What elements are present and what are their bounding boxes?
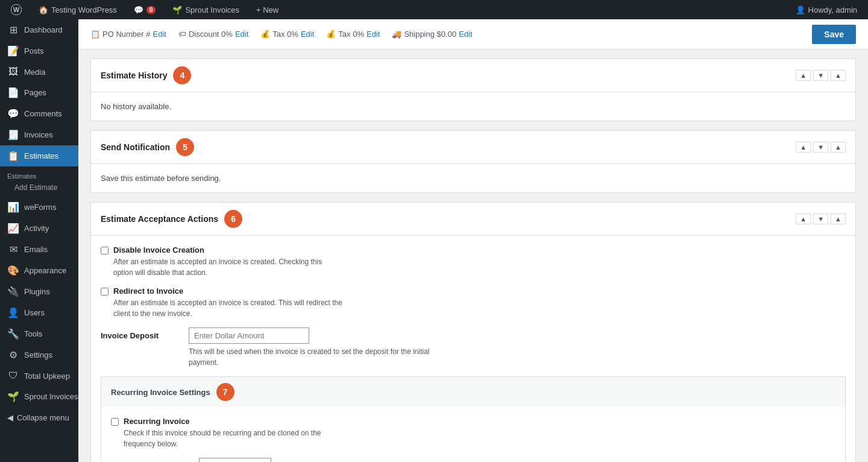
- estimate-history-header: Estimate History 4 ▲ ▼ ▲: [91, 59, 855, 92]
- duration-input[interactable]: [199, 458, 271, 462]
- invoices-icon: 🧾: [7, 129, 19, 141]
- toolbar: 📋 PO Number # Edit 🏷 Discount 0% Edit 💰 …: [78, 19, 868, 49]
- save-button[interactable]: Save: [812, 25, 856, 44]
- sidebar-item-pages[interactable]: 📄 Pages: [0, 82, 78, 103]
- admin-bar: W 🏠 Testing WordPress 💬 0 🌱 Sprout Invoi…: [0, 0, 868, 19]
- send-notification-controls: ▲ ▼ ▲: [796, 142, 846, 153]
- acceptance-down-btn[interactable]: ▼: [813, 214, 828, 224]
- adminbar-site-item[interactable]: 🏠 Testing WordPress: [34, 0, 122, 19]
- sidebar-item-weforms[interactable]: 📊 weForms: [0, 197, 78, 218]
- toolbar-shipping: 🚚 Shipping $0.00 Edit: [392, 30, 472, 39]
- estimate-history-body: No history available.: [91, 92, 855, 121]
- duration-label: Duration: [111, 458, 189, 462]
- redirect-invoice-checkbox[interactable]: [101, 288, 108, 296]
- toolbar-discount: 🏷 Discount 0% Edit: [178, 30, 248, 39]
- sidebar-item-estimates[interactable]: 📋 Estimates: [0, 145, 78, 166]
- sidebar-item-tools[interactable]: 🔧 Tools: [0, 323, 78, 344]
- sidebar-item-emails[interactable]: ✉ Emails: [0, 239, 78, 260]
- adminbar-right: 👤 Howdy, admin: [791, 0, 862, 19]
- shipping-icon: 🚚: [392, 30, 401, 39]
- weforms-icon: 📊: [7, 201, 19, 213]
- notification-up-btn[interactable]: ▲: [796, 142, 811, 153]
- estimates-icon: 📋: [7, 150, 19, 162]
- sidebar-add-estimate[interactable]: Add Estimate: [0, 181, 78, 197]
- recurring-invoice-checkbox[interactable]: [111, 418, 119, 426]
- po-edit-link[interactable]: Edit: [153, 30, 166, 39]
- tax2-edit-link[interactable]: Edit: [366, 30, 380, 39]
- media-icon: 🖼: [7, 66, 19, 77]
- history-collapse-down-btn[interactable]: ▼: [813, 70, 828, 81]
- adminbar-sprout-item[interactable]: 🌱 Sprout Invoices: [168, 0, 244, 19]
- sidebar-item-comments[interactable]: 💬 Comments: [0, 103, 78, 124]
- sidebar: ⊞ Dashboard 📝 Posts 🖼 Media 📄 Pages 💬 Co…: [0, 19, 78, 462]
- duration-row: Duration Total invoices to generate. 0 i…: [111, 458, 835, 462]
- send-notification-message: Save this estimate before sending.: [101, 174, 846, 183]
- sidebar-item-users[interactable]: 👤 Users: [0, 302, 78, 323]
- sidebar-item-posts[interactable]: 📝 Posts: [0, 40, 78, 62]
- sidebar-item-invoices[interactable]: 🧾 Invoices: [0, 124, 78, 145]
- step-5-badge: 5: [176, 138, 194, 156]
- activity-icon: 📈: [7, 223, 19, 234]
- disable-invoice-row: Disable Invoice Creation After an estima…: [101, 245, 846, 278]
- adminbar-new-item[interactable]: + New: [251, 0, 283, 19]
- history-collapse-up-btn[interactable]: ▲: [796, 70, 811, 81]
- sidebar-item-total-upkeep[interactable]: 🛡 Total Upkeep: [0, 365, 78, 386]
- adminbar-user-item[interactable]: 👤 Howdy, admin: [791, 0, 862, 19]
- wp-logo-item[interactable]: W: [6, 0, 27, 19]
- send-notification-section: Send Notification 5 ▲ ▼ ▲ Save this esti…: [90, 130, 856, 193]
- toolbar-tax1: 💰 Tax 0% Edit: [260, 30, 314, 39]
- comments-icon: 💬: [7, 108, 19, 119]
- comment-icon: 💬: [134, 5, 143, 14]
- sidebar-item-activity[interactable]: 📈 Activity: [0, 218, 78, 239]
- recurring-invoice-label: Recurring Invoice: [124, 417, 353, 426]
- settings-icon: ⚙: [7, 349, 19, 361]
- invoice-deposit-input[interactable]: [189, 328, 309, 344]
- svg-text:W: W: [13, 6, 20, 13]
- redirect-invoice-label: Redirect to Invoice: [113, 286, 342, 296]
- history-toggle-btn[interactable]: ▲: [831, 70, 846, 81]
- sidebar-section-label: Estimates: [0, 166, 78, 181]
- sprout-invoices-icon: 🌱: [7, 391, 19, 402]
- disable-invoice-label: Disable Invoice Creation: [113, 245, 342, 255]
- toolbar-tax2: 💰 Tax 0% Edit: [326, 30, 380, 39]
- collapse-icon: ◀: [7, 413, 13, 422]
- shipping-edit-link[interactable]: Edit: [459, 30, 472, 39]
- no-history-message: No history available.: [101, 102, 846, 111]
- page-wrapper: ⊞ Dashboard 📝 Posts 🖼 Media 📄 Pages 💬 Co…: [0, 0, 868, 462]
- redirect-invoice-hint: After an estimate is accepted an invoice…: [113, 297, 342, 319]
- sidebar-item-dashboard[interactable]: ⊞ Dashboard: [0, 19, 78, 40]
- adminbar-comments-item[interactable]: 💬 0: [129, 0, 161, 19]
- redirect-invoice-content: Redirect to Invoice After an estimate is…: [113, 286, 342, 319]
- main-content: 📋 PO Number # Edit 🏷 Discount 0% Edit 💰 …: [78, 19, 868, 462]
- sidebar-item-sprout-invoices[interactable]: 🌱 Sprout Invoices: [0, 386, 78, 407]
- acceptance-up-btn[interactable]: ▲: [796, 214, 811, 224]
- total-upkeep-icon: 🛡: [7, 370, 19, 381]
- invoice-deposit-label: Invoice Deposit: [101, 328, 179, 340]
- discount-edit-link[interactable]: Edit: [235, 30, 248, 39]
- estimate-history-title: Estimate History 4: [101, 66, 191, 84]
- send-notification-title: Send Notification 5: [101, 138, 194, 156]
- dashboard-icon: ⊞: [7, 24, 19, 36]
- acceptance-actions-body: Disable Invoice Creation After an estima…: [91, 236, 855, 462]
- invoice-deposit-field: This will be used when the invoice is cr…: [189, 328, 846, 368]
- invoice-deposit-hint: This will be used when the invoice is cr…: [189, 346, 430, 368]
- sidebar-item-appearance[interactable]: 🎨 Appearance: [0, 260, 78, 281]
- acceptance-toggle-btn[interactable]: ▲: [831, 214, 846, 224]
- sidebar-item-settings[interactable]: ⚙ Settings: [0, 344, 78, 365]
- acceptance-actions-section: Estimate Acceptance Actions 6 ▲ ▼ ▲ Di: [90, 202, 856, 462]
- appearance-icon: 🎨: [7, 265, 19, 276]
- wp-logo-icon: W: [11, 4, 22, 15]
- comment-count: 0: [146, 6, 156, 14]
- sidebar-item-plugins[interactable]: 🔌 Plugins: [0, 281, 78, 302]
- disable-invoice-content: Disable Invoice Creation After an estima…: [113, 245, 342, 278]
- tax1-edit-link[interactable]: Edit: [301, 30, 314, 39]
- sidebar-item-media[interactable]: 🖼 Media: [0, 62, 78, 82]
- disable-invoice-checkbox[interactable]: [101, 247, 108, 255]
- recurring-invoice-content: Recurring Invoice Check if this invoice …: [124, 417, 353, 449]
- emails-icon: ✉: [7, 244, 19, 255]
- notification-toggle-btn[interactable]: ▲: [831, 142, 846, 153]
- estimate-history-section: Estimate History 4 ▲ ▼ ▲ No history avai…: [90, 59, 856, 121]
- notification-down-btn[interactable]: ▼: [813, 142, 828, 153]
- collapse-menu-button[interactable]: ◀ Collapse menu: [0, 407, 78, 428]
- tax1-icon: 💰: [260, 30, 270, 39]
